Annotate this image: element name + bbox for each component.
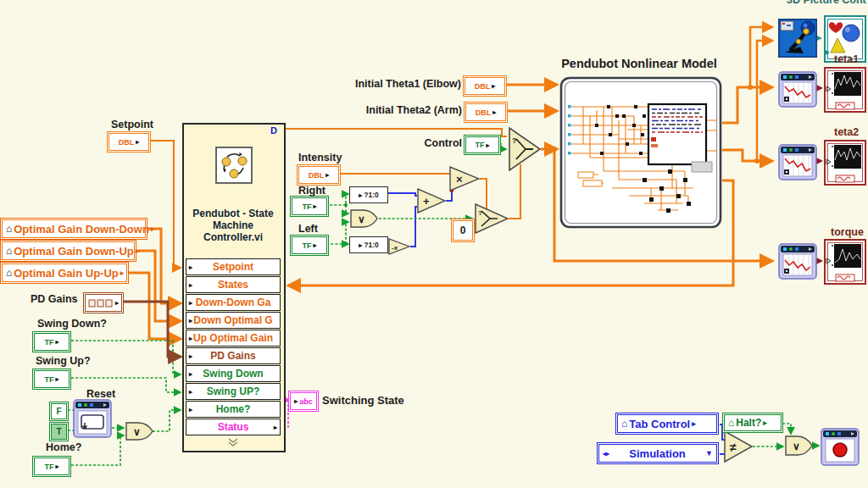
swing-down-tf-control[interactable]: TF▸ bbox=[34, 333, 70, 351]
torque-label: torque bbox=[831, 226, 864, 238]
stop-icon bbox=[833, 443, 847, 457]
bool-to-num-node-left[interactable]: ▸?1:0 bbox=[349, 236, 388, 253]
select-node-lower[interactable]: ? bbox=[475, 203, 509, 234]
not-equal-node[interactable]: ≠ bbox=[724, 430, 753, 463]
initial-theta1-dbl-control[interactable]: DBL▸ bbox=[465, 77, 505, 95]
dropdown-arrow-icon[interactable]: ▼ bbox=[705, 449, 713, 458]
initial-theta2-dbl-control[interactable]: DBL▸ bbox=[465, 103, 506, 121]
local-optimal-gain-up-up[interactable]: ⌂ Optimal Gain Up-Up ▸ bbox=[2, 263, 127, 282]
multiply-glyph: × bbox=[456, 173, 463, 186]
terminal-down-optimal-gains[interactable]: ▸Down Optimal G bbox=[186, 312, 281, 329]
picture-control-label: 3D Picture Cont bbox=[787, 0, 866, 6]
terminal-up-optimal-gains[interactable]: ▸Up Optimal Gain bbox=[186, 330, 281, 347]
house-icon: ⌂ bbox=[6, 246, 12, 256]
multiply-node[interactable]: × bbox=[449, 166, 480, 191]
terminal-swing-up[interactable]: ▸Swing UP? bbox=[186, 383, 281, 400]
output-arrow-icon: ▸ bbox=[274, 424, 277, 431]
home-tf-control[interactable]: TF▸ bbox=[34, 458, 70, 475]
right-label: Right bbox=[298, 185, 326, 197]
terminal-label: Swing UP? bbox=[207, 385, 260, 397]
enum-icon: ◂▸ bbox=[603, 450, 609, 458]
false-constant[interactable]: F bbox=[51, 403, 67, 419]
output-arrow-icon: ▸ bbox=[763, 419, 767, 427]
right-tf-control[interactable]: TF▸ bbox=[292, 197, 327, 215]
true-glyph: T bbox=[56, 427, 61, 436]
model-title: Pendubot Nonlinear Model bbox=[549, 57, 729, 70]
teta2-indicator[interactable] bbox=[824, 140, 866, 186]
terminal-pd-gains[interactable]: ▸PD Gains bbox=[186, 347, 281, 364]
input-arrow-icon: ▸ bbox=[189, 406, 192, 413]
reset-latch-node[interactable] bbox=[73, 396, 112, 439]
input-arrow-icon: ▸ bbox=[189, 281, 192, 289]
negate-glyph: -x bbox=[392, 244, 398, 252]
left-label: Left bbox=[298, 223, 318, 235]
vi-output-terminal-d[interactable]: D bbox=[270, 125, 277, 136]
select-glyph: ? bbox=[478, 209, 482, 217]
or-gate-halt[interactable]: ∨ bbox=[785, 435, 814, 456]
teta1-chart-node[interactable] bbox=[778, 69, 817, 108]
teta2-chart-node[interactable] bbox=[778, 142, 817, 181]
terminal-status[interactable]: Status▸ bbox=[186, 419, 281, 435]
or-gate-direction[interactable]: ∨ bbox=[350, 209, 379, 228]
pd-gains-cluster-control[interactable]: ▸ bbox=[85, 294, 122, 312]
tf-icon: TF bbox=[302, 202, 311, 211]
switching-state-string-indicator[interactable]: ▸abc bbox=[290, 392, 317, 410]
terminal-label: Status bbox=[218, 421, 249, 433]
darkred-wires bbox=[817, 88, 821, 261]
input-arrow-icon: ▸ bbox=[294, 397, 298, 405]
vi-title: Pendubot - State Machine Controller.vi bbox=[185, 208, 281, 243]
local-halt[interactable]: ⌂ Halt? ▸ bbox=[724, 414, 782, 431]
output-arrow-icon: ▸ bbox=[313, 241, 316, 249]
terminal-setpoint[interactable]: ▸Setpoint bbox=[186, 258, 281, 275]
swing-up-label: Swing Up? bbox=[36, 355, 91, 367]
switching-state-label: Switching State bbox=[322, 394, 404, 407]
local-optimal-gain-down-down[interactable]: ⌂ Optimal Gain Down-Down ▸ bbox=[2, 219, 146, 238]
intensity-dbl-control[interactable]: DBL▸ bbox=[298, 166, 339, 184]
setpoint-label: Setpoint bbox=[111, 119, 153, 130]
terminal-states[interactable]: ▸States bbox=[186, 276, 281, 293]
local-label: Tab Control bbox=[629, 418, 690, 430]
torque-chart-node[interactable] bbox=[778, 241, 817, 280]
add-glyph: + bbox=[423, 195, 430, 208]
state-machine-icon bbox=[215, 147, 253, 184]
output-arrow-icon: ▸ bbox=[486, 141, 489, 149]
or-gate-reset[interactable]: ∨ bbox=[125, 422, 154, 441]
state-machine-vi[interactable]: D Pendubot - State Machine Controller.vi… bbox=[182, 123, 286, 452]
output-arrow-icon: ▸ bbox=[55, 375, 58, 383]
expand-chevron-icon[interactable] bbox=[228, 438, 238, 447]
output-arrow-icon: ▸ bbox=[136, 138, 139, 146]
left-tf-control[interactable]: TF▸ bbox=[292, 236, 327, 254]
house-icon: ⌂ bbox=[6, 224, 12, 234]
local-tab-control[interactable]: ⌂ Tab Control ▸ bbox=[617, 414, 717, 433]
or-glyph: ∨ bbox=[358, 214, 365, 225]
local-optimal-gain-down-up[interactable]: ⌂ Optimal Gain Down-Up ▸ bbox=[2, 241, 135, 260]
halt-simulation-node[interactable] bbox=[821, 426, 860, 467]
terminal-swing-down[interactable]: ▸Swing Down bbox=[186, 365, 281, 382]
false-glyph: F bbox=[56, 407, 61, 416]
enum-value: Simulation bbox=[629, 447, 685, 460]
output-arrow-icon: ▸ bbox=[55, 463, 58, 470]
zero-constant[interactable]: 0 bbox=[453, 220, 473, 241]
terminal-home[interactable]: ▸Home? bbox=[186, 401, 281, 418]
swing-up-tf-control[interactable]: TF▸ bbox=[34, 370, 70, 388]
select-node-upper[interactable]: ? bbox=[509, 127, 541, 171]
add-node[interactable]: + bbox=[417, 188, 446, 214]
negate-node[interactable]: -x bbox=[388, 238, 410, 255]
setpoint-dbl-control[interactable]: DBL▸ bbox=[108, 133, 149, 151]
input-arrow-icon: ▸ bbox=[189, 299, 192, 307]
tf-icon: TF bbox=[475, 141, 484, 149]
output-arrow-icon: ▸ bbox=[120, 269, 125, 277]
torque-indicator[interactable] bbox=[824, 239, 866, 285]
control-tf-control[interactable]: TF▸ bbox=[465, 136, 499, 153]
terminal-down-down-gains[interactable]: ▸Down-Down Ga bbox=[186, 294, 281, 311]
true-constant[interactable]: T bbox=[51, 424, 67, 440]
tf-icon: TF bbox=[44, 375, 53, 384]
bool-to-num-node-right[interactable]: ▸?1:0 bbox=[349, 186, 388, 203]
zero-glyph: 0 bbox=[460, 225, 466, 236]
robot-3d-picture-vi[interactable] bbox=[778, 19, 817, 58]
tf-icon: TF bbox=[44, 463, 53, 471]
simulation-enum-constant[interactable]: ◂▸ Simulation ▼ bbox=[598, 444, 717, 463]
teta1-indicator[interactable] bbox=[824, 67, 866, 113]
pendubot-model-subsystem[interactable] bbox=[559, 76, 722, 229]
not-equal-glyph: ≠ bbox=[730, 441, 737, 454]
